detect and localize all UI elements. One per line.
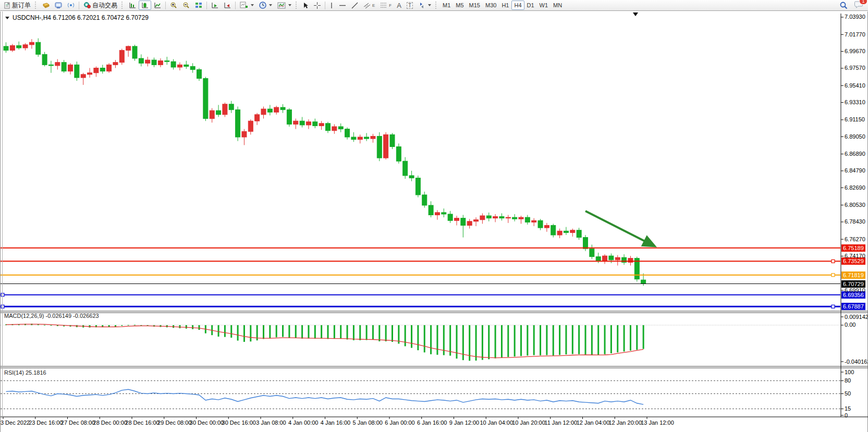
toolbar: 新订单 自动交易 E F A T (0, 0, 868, 11)
zoom-in-icon (170, 2, 177, 9)
channel-glyph: E (372, 3, 375, 8)
toolbar-grip (296, 2, 299, 9)
chart-shift-end-icon (224, 2, 231, 9)
timeframe-h1[interactable]: H1 (499, 1, 511, 10)
rsi-axis-label: 15 (845, 405, 851, 412)
timeframe-m5[interactable]: M5 (453, 1, 466, 10)
text-label-button[interactable]: T (404, 1, 415, 10)
dropdown-caret-icon (288, 4, 291, 6)
fibonacci-button[interactable]: F (377, 1, 394, 10)
new-order-button[interactable]: 新订单 (2, 1, 33, 10)
price-tick-label: 6.93310 (845, 99, 865, 106)
price-tick-label: 6.78430 (845, 218, 865, 225)
channel-icon (363, 2, 371, 9)
price-tick-label: 6.76270 (845, 236, 865, 243)
new-order-icon (4, 2, 10, 9)
new-chart-button[interactable] (237, 1, 256, 10)
search-button[interactable] (837, 1, 850, 10)
price-line-badge: 6.71819 (841, 271, 865, 279)
time-label: 10 Jan 04:00 (480, 419, 513, 426)
rsi-axis-label: 80 (845, 377, 851, 384)
rsi-axis-label: 0 (845, 412, 848, 419)
equidistant-channel-button[interactable]: E (361, 1, 377, 10)
timeframe-h4[interactable]: H4 (511, 1, 524, 10)
chart-canvas[interactable] (1, 11, 868, 432)
notification-badge: 1 (859, 0, 867, 5)
price-tick-label: 6.82690 (845, 184, 865, 191)
price-tick-label: 6.74170 (845, 253, 865, 260)
crosshair-icon (314, 2, 321, 9)
horizontal-line-icon (339, 2, 346, 9)
timeframe-m30[interactable]: M30 (483, 1, 499, 10)
toolbar-separator (235, 2, 236, 9)
line-chart-button[interactable] (151, 1, 164, 10)
toolbar-grip (35, 2, 38, 9)
toolbar-separator (206, 2, 207, 9)
new-order-label: 新订单 (12, 1, 31, 10)
zoom-in-button[interactable] (167, 1, 180, 10)
zoom-out-button[interactable] (180, 1, 192, 10)
macd-axis-label: -0.040162 (845, 359, 868, 365)
auto-scroll-button[interactable] (209, 1, 221, 10)
autotrade-label: 自动交易 (92, 1, 117, 10)
price-tick-label: 7.03930 (845, 14, 865, 20)
price-tick-label: 6.69910 (845, 287, 865, 294)
horizontal-line-button[interactable] (336, 1, 349, 10)
timeframe-m1[interactable]: M1 (440, 1, 453, 10)
crosshair-button[interactable] (311, 1, 323, 10)
vertical-line-button[interactable] (327, 1, 336, 10)
cursor-icon (303, 2, 309, 9)
tile-windows-icon (195, 2, 202, 9)
rsi-axis-label: 50 (845, 390, 851, 397)
toolbar-separator (325, 2, 325, 9)
trendline-button[interactable] (349, 1, 361, 10)
timeframe-m15[interactable]: M15 (467, 1, 483, 10)
time-label: 12 Jan 04:00 (577, 419, 610, 426)
price-tick-label: 6.97570 (845, 65, 865, 71)
time-label: 9 Jan 12:00 (449, 419, 480, 426)
time-label: 4 Jan 00:00 (288, 419, 319, 426)
timeframe-mn[interactable]: MN (551, 1, 565, 10)
price-tick-label: 6.86890 (845, 151, 865, 157)
rsi-axis-label: 100 (845, 369, 854, 376)
chart-title-text: USDCNH-,H4 6.71206 6.72021 6.70472 6.707… (13, 14, 149, 21)
line-chart-icon (154, 2, 161, 9)
time-label: 30 Dec 00:00 (190, 419, 224, 426)
chat-button[interactable]: 1 (854, 1, 863, 10)
price-tick-label: 6.91150 (845, 116, 865, 123)
timeframe-w1[interactable]: W1 (537, 1, 551, 10)
time-label: 12 Jan 20:00 (608, 419, 642, 426)
signal-button[interactable] (65, 1, 77, 10)
profiles-button[interactable] (256, 1, 275, 10)
chart-shift-end-button[interactable] (221, 1, 234, 10)
text-button[interactable]: A (394, 1, 404, 10)
macd-label: MACD(12,26,9) -0.026149 -0.026623 (4, 313, 99, 319)
symbol-dropdown-icon[interactable] (5, 17, 9, 19)
zoom-out-icon (182, 2, 190, 9)
autotrade-button[interactable]: 自动交易 (81, 1, 120, 10)
time-label: 4 Jan 16:00 (321, 419, 351, 426)
market-watch-button[interactable] (52, 1, 65, 10)
dropdown-caret-icon (428, 4, 431, 6)
clock-icon (259, 2, 266, 9)
time-label: 29 Dec 08:00 (157, 419, 191, 426)
price-tick-label: 6.80530 (845, 202, 865, 208)
time-label: 6 Jan 00:00 (385, 419, 415, 426)
gold-box-icon (42, 2, 50, 8)
signal-icon (67, 2, 75, 8)
bar-chart-button[interactable] (126, 1, 139, 10)
vertical-line-icon (329, 2, 334, 9)
cursor-button[interactable] (300, 1, 311, 10)
chart-shift-button[interactable] (40, 1, 52, 10)
timeframe-d1[interactable]: D1 (524, 1, 537, 10)
candlestick-chart-button[interactable] (139, 1, 151, 10)
autotrade-icon (83, 2, 91, 8)
fibo-glyph: F (389, 3, 392, 8)
arrows-tool-button[interactable] (415, 1, 434, 10)
toolbar-right: 1 (837, 1, 866, 10)
template-button[interactable] (275, 1, 294, 10)
macd-axis-label: 0.009142 (845, 314, 868, 320)
chart-window[interactable]: USDCNH-,H4 6.71206 6.72021 6.70472 6.707… (0, 11, 868, 432)
time-label: 23 Dec 16:00 (29, 419, 63, 426)
tile-windows-button[interactable] (192, 1, 205, 10)
